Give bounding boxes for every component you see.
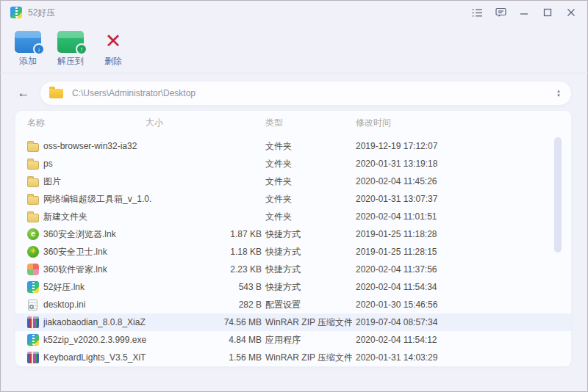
file-modified: 2020-02-04 11:37:56 (352, 261, 571, 278)
titlebar: 52好压 (0, 0, 588, 25)
folder-file-icon (27, 214, 39, 222)
file-modified: 2020-01-31 13:19:18 (352, 155, 571, 173)
file-name: 新建文件夹 (43, 208, 190, 225)
file-type: 配置设置 (262, 296, 352, 313)
file-type: 快捷方式 (262, 225, 352, 243)
navigation-row: ← C:\Users\Administrator\Desktop ▲▼ (0, 73, 588, 106)
folder-file-icon (27, 161, 39, 170)
file-type: 文件夹 (262, 173, 352, 190)
file-type: WinRAR ZIP 压缩文件 (262, 349, 352, 366)
file-name: oss-browser-win32-ia32 (43, 137, 190, 155)
file-type: WinRAR ZIP 压缩文件 (262, 313, 352, 331)
file-modified: 2020-01-30 15:46:56 (352, 296, 571, 313)
address-path[interactable]: C:\Users\Administrator\Desktop (72, 88, 556, 98)
file-name: 360安全浏览器.lnk (43, 225, 190, 243)
file-row[interactable]: 360软件管家.lnk 2.23 KB 快捷方式 2020-02-04 11:3… (15, 261, 571, 278)
file-name: 360软件管家.lnk (43, 261, 190, 278)
file-modified: 2020-01-31 13:07:37 (352, 190, 571, 208)
file-modified: 2019-07-04 08:57:34 (352, 313, 571, 331)
file-row[interactable]: jiakaobaodian_8.0.8_XiaZ 74.56 MB WinRAR… (15, 313, 571, 331)
scrollbar-thumb[interactable] (554, 137, 562, 253)
file-size: 74.56 MB (190, 313, 262, 331)
file-size: 282 B (190, 296, 262, 313)
file-modified: 2019-01-25 11:18:28 (352, 225, 571, 243)
add-button[interactable]: ↓ 添加 (12, 29, 44, 68)
file-name: desktop.ini (43, 296, 190, 313)
file-size: 1.18 KB (190, 243, 262, 261)
path-stepper-icon[interactable]: ▲▼ (556, 89, 561, 98)
maximize-button[interactable] (539, 4, 556, 21)
app-window: 52好压 (0, 0, 588, 392)
browser360-file-icon (27, 228, 39, 240)
archive-add-icon: ↓ (15, 31, 41, 53)
file-type: 文件夹 (262, 190, 352, 208)
file-row[interactable]: 新建文件夹 文件夹 2020-02-04 11:01:51 (15, 208, 571, 225)
archive-extract-icon: ↑ (57, 31, 84, 53)
file-list-panel: 名称 大小 类型 修改时间 oss-browser-win32-ia32 文件夹… (15, 110, 572, 367)
file-name: 网络编辑超级工具箱_v_1.0. (43, 190, 190, 208)
file-name: 图片 (43, 173, 190, 190)
safe360-file-icon (27, 246, 39, 258)
file-row[interactable]: oss-browser-win32-ia32 文件夹 2019-12-19 17… (15, 137, 571, 155)
file-size: 2.23 KB (190, 261, 262, 278)
view-list-icon[interactable] (469, 4, 485, 21)
file-modified: 2020-01-31 14:03:29 (352, 349, 571, 366)
ini-file-icon (28, 300, 37, 311)
column-header-type[interactable]: 类型 (265, 111, 283, 134)
file-type: 应用程序 (262, 331, 352, 349)
file-rows: oss-browser-win32-ia32 文件夹 2019-12-19 17… (15, 137, 571, 366)
file-type: 快捷方式 (262, 261, 352, 278)
list-header: 名称 大小 类型 修改时间 (15, 111, 571, 134)
file-size: 1.56 MB (190, 349, 262, 366)
column-header-modified[interactable]: 修改时间 (356, 111, 391, 134)
toolbar: ↓ 添加 ↑ 解压到 ✕ 删除 (0, 25, 588, 73)
column-header-size[interactable]: 大小 (146, 111, 163, 134)
file-modified: 2020-02-04 11:01:51 (352, 208, 571, 225)
file-modified: 2020-02-04 11:54:34 (352, 278, 571, 296)
file-row[interactable]: 网络编辑超级工具箱_v_1.0. 文件夹 2020-01-31 13:07:37 (15, 190, 571, 208)
delete-button[interactable]: ✕ 删除 (97, 29, 129, 68)
file-name: k52zip_v2020.2.3.999.exe (43, 331, 190, 349)
file-size: 4.84 MB (190, 331, 262, 349)
file-row[interactable]: KeyboardLights_V3.5_XiT 1.56 MB WinRAR Z… (15, 349, 571, 366)
file-type: 文件夹 (262, 155, 352, 173)
add-button-label: 添加 (19, 55, 37, 68)
file-modified: 2019-01-25 11:28:15 (352, 243, 571, 261)
file-row[interactable]: ps 文件夹 2020-01-31 13:19:18 (15, 155, 571, 173)
file-size: 543 B (190, 278, 262, 296)
delete-x-icon: ✕ (100, 29, 126, 53)
window-controls (469, 4, 579, 21)
file-type: 快捷方式 (262, 243, 352, 261)
file-row[interactable]: desktop.ini 282 B 配置设置 2020-01-30 15:46:… (15, 296, 571, 313)
haozip-file-icon (27, 334, 39, 346)
feedback-icon[interactable] (492, 4, 509, 21)
file-row[interactable]: 图片 文件夹 2020-02-04 11:45:26 (15, 173, 571, 190)
file-name: 360安全卫士.lnk (43, 243, 190, 261)
app-logo-icon (10, 7, 22, 18)
folder-file-icon (27, 196, 39, 205)
file-row[interactable]: 52好压.lnk 543 B 快捷方式 2020-02-04 11:54:34 (15, 278, 571, 296)
file-type: 文件夹 (262, 208, 352, 225)
extract-button-label: 解压到 (57, 55, 84, 68)
file-size: 1.87 KB (190, 225, 262, 243)
file-row[interactable]: k52zip_v2020.2.3.999.exe 4.84 MB 应用程序 20… (15, 331, 571, 349)
file-row[interactable]: 360安全卫士.lnk 1.18 KB 快捷方式 2019-01-25 11:2… (15, 243, 571, 261)
file-name: 52好压.lnk (43, 278, 190, 296)
file-type: 文件夹 (262, 137, 352, 155)
folder-file-icon (27, 178, 39, 187)
address-bar[interactable]: C:\Users\Administrator\Desktop ▲▼ (40, 81, 572, 106)
file-modified: 2020-02-04 11:54:12 (352, 331, 571, 349)
file-name: jiakaobaodian_8.0.8_XiaZ (43, 313, 190, 331)
column-header-name[interactable]: 名称 (27, 111, 45, 134)
delete-button-label: 删除 (104, 55, 122, 68)
file-modified: 2020-02-04 11:45:26 (352, 173, 571, 190)
minimize-button[interactable] (516, 4, 532, 21)
file-modified: 2019-12-19 17:12:07 (352, 137, 571, 155)
file-name: KeyboardLights_V3.5_XiT (43, 349, 190, 366)
extract-to-button[interactable]: ↑ 解压到 (54, 29, 87, 68)
close-button[interactable] (563, 4, 579, 21)
haozip-file-icon (27, 281, 39, 293)
file-row[interactable]: 360安全浏览器.lnk 1.87 KB 快捷方式 2019-01-25 11:… (15, 225, 571, 243)
back-button[interactable]: ← (16, 86, 31, 101)
winrar-file-icon (27, 352, 39, 363)
